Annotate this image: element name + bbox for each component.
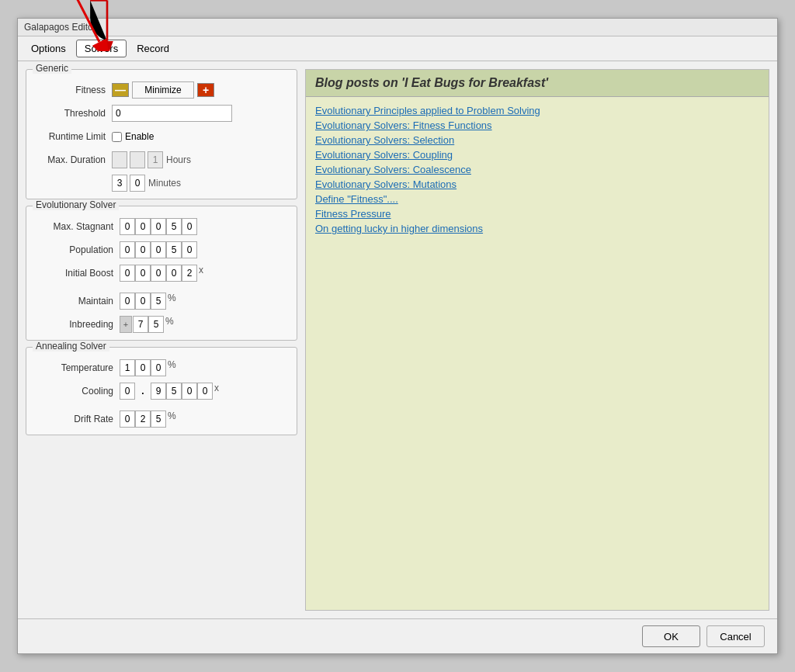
- fitness-minus-button[interactable]: —: [112, 83, 129, 97]
- blog-link-2[interactable]: Evolutionary Solvers: Selection: [315, 134, 759, 146]
- blog-link-5[interactable]: Evolutionary Solvers: Mutations: [315, 178, 759, 190]
- blog-header: Blog posts on 'I Eat Bugs for Breakfast': [306, 70, 769, 97]
- enable-checkbox-label[interactable]: Enable: [112, 131, 154, 142]
- ib2-d2[interactable]: 5: [148, 316, 164, 333]
- ib-suffix: x: [199, 265, 203, 282]
- cool-d2[interactable]: 9: [151, 383, 166, 400]
- cool-d3[interactable]: 5: [166, 383, 182, 400]
- mt-d2[interactable]: 0: [135, 293, 151, 310]
- cool-d1[interactable]: 0: [120, 383, 135, 400]
- pop-d2[interactable]: 0: [135, 241, 151, 258]
- ib-d2[interactable]: 0: [135, 265, 151, 282]
- cool-d5[interactable]: 0: [197, 383, 213, 400]
- ib2-d1[interactable]: 7: [133, 316, 148, 333]
- cooling-label: Cooling: [34, 386, 120, 397]
- fitness-controls: — Minimize +: [112, 81, 214, 99]
- blog-link-1[interactable]: Evolutionary Solvers: Fitness Functions: [315, 120, 759, 131]
- dr-suffix: %: [168, 410, 176, 428]
- pop-d5[interactable]: 0: [182, 241, 197, 258]
- fitness-row: Fitness — Minimize +: [34, 81, 289, 99]
- population-label: Population: [34, 244, 120, 255]
- mt-suffix: %: [168, 293, 176, 310]
- pop-d1[interactable]: 0: [120, 241, 135, 258]
- dr-d3[interactable]: 5: [151, 410, 166, 428]
- pop-d3[interactable]: 0: [151, 241, 166, 258]
- blog-link-7[interactable]: Fitness Pressure: [315, 208, 759, 220]
- inbreeding-digits: + 7 5 %: [120, 316, 174, 333]
- blog-link-8[interactable]: On getting lucky in higher dimensions: [315, 223, 759, 234]
- max-duration-hours-row: Max. Duration 1 Hours: [34, 151, 289, 169]
- minutes-digit-2[interactable]: 0: [130, 175, 145, 192]
- cooling-digits: 0 . 9 5 0 0 x: [120, 383, 219, 400]
- max-stagnant-digits: 0 0 0 5 0: [120, 218, 197, 235]
- dr-d2[interactable]: 2: [135, 410, 151, 428]
- menu-options[interactable]: Options: [23, 40, 75, 57]
- ib-d4[interactable]: 0: [166, 265, 182, 282]
- blog-links-container: Evolutionary Principles applied to Probl…: [306, 97, 769, 242]
- left-panel: Generic Fitness — Minimize + Threshold 0: [26, 69, 297, 611]
- maintain-row: Maintain 0 0 5 %: [34, 292, 289, 310]
- ms-d2[interactable]: 0: [135, 218, 151, 235]
- minutes-unit: Minutes: [148, 178, 181, 189]
- ib-d3[interactable]: 0: [151, 265, 166, 282]
- population-row: Population 0 0 0 5 0: [34, 241, 289, 259]
- cooling-row: Cooling 0 . 9 5 0 0 x: [34, 382, 289, 400]
- maintain-label: Maintain: [34, 296, 120, 307]
- inbreeding-row: Inbreeding + 7 5 %: [34, 315, 289, 334]
- blog-link-4[interactable]: Evolutionary Solvers: Coalescence: [315, 164, 759, 175]
- temp-d3[interactable]: 0: [151, 359, 166, 376]
- max-stagnant-label: Max. Stagnant: [34, 221, 120, 232]
- menu-solvers[interactable]: Solvers: [76, 40, 127, 57]
- ms-d5[interactable]: 0: [182, 218, 197, 235]
- evolutionary-group: Evolutionary Solver Max. Stagnant 0 0 0 …: [26, 206, 297, 341]
- cool-d4[interactable]: 0: [182, 383, 197, 400]
- threshold-input[interactable]: 0: [112, 105, 232, 122]
- enable-checkbox[interactable]: [112, 132, 122, 142]
- ib-d1[interactable]: 0: [120, 265, 135, 282]
- drift-rate-digits: 0 2 5 %: [120, 410, 176, 428]
- ms-d3[interactable]: 0: [151, 218, 166, 235]
- population-digits: 0 0 0 5 0: [120, 241, 197, 258]
- ok-button[interactable]: OK: [642, 625, 700, 647]
- menu-bar: Options Solvers: [18, 36, 777, 61]
- mt-d1[interactable]: 0: [120, 293, 135, 310]
- inbreeding-plus[interactable]: +: [120, 316, 132, 333]
- mt-d3[interactable]: 5: [151, 293, 166, 310]
- content-area: Generic Fitness — Minimize + Threshold 0: [18, 61, 777, 618]
- blog-link-0[interactable]: Evolutionary Principles applied to Probl…: [315, 105, 759, 116]
- initial-boost-row: Initial Boost 0 0 0 0 2 x: [34, 264, 289, 282]
- max-stagnant-row: Max. Stagnant 0 0 0 5 0: [34, 217, 289, 236]
- annealing-label: Annealing Solver: [33, 341, 109, 352]
- blog-link-6[interactable]: Define "Fitness"....: [315, 193, 759, 205]
- ms-d4[interactable]: 5: [166, 218, 182, 235]
- generic-label: Generic: [33, 63, 71, 74]
- temp-d2[interactable]: 0: [135, 359, 151, 376]
- main-window: Galapagos Editor Options Solvers: [17, 18, 778, 654]
- temperature-digits: 1 0 0 %: [120, 359, 176, 376]
- pop-d4[interactable]: 5: [166, 241, 182, 258]
- menu-record[interactable]: Record: [128, 40, 178, 57]
- cancel-button[interactable]: Cancel: [706, 625, 765, 647]
- dr-d1[interactable]: 0: [120, 410, 135, 428]
- blog-link-3[interactable]: Evolutionary Solvers: Coupling: [315, 149, 759, 161]
- duration-minutes-input: 3 0 Minutes: [112, 175, 181, 192]
- window-title: Galapagos Editor: [24, 22, 96, 33]
- drift-rate-label: Drift Rate: [34, 414, 120, 424]
- enable-label: Enable: [125, 131, 154, 142]
- annealing-group: Annealing Solver Temperature 1 0 0 % Coo…: [26, 347, 297, 435]
- minutes-digit-1[interactable]: 3: [112, 175, 127, 192]
- title-bar: Galapagos Editor: [18, 19, 777, 36]
- duration-hours-input: 1 Hours: [112, 151, 191, 168]
- runtime-label: Runtime Limit: [34, 131, 112, 142]
- temp-suffix: %: [168, 359, 176, 376]
- ib-d5[interactable]: 2: [182, 265, 197, 282]
- runtime-row: Runtime Limit Enable: [34, 127, 289, 146]
- temp-d1[interactable]: 1: [120, 359, 135, 376]
- fitness-plus-button[interactable]: +: [197, 83, 214, 97]
- max-duration-label: Max. Duration: [34, 154, 112, 165]
- hours-digit-3: 1: [148, 151, 163, 168]
- ib2-suffix: %: [165, 316, 174, 333]
- hours-digit-1: [112, 151, 127, 168]
- hours-digit-2: [130, 151, 145, 168]
- ms-d1[interactable]: 0: [120, 218, 135, 235]
